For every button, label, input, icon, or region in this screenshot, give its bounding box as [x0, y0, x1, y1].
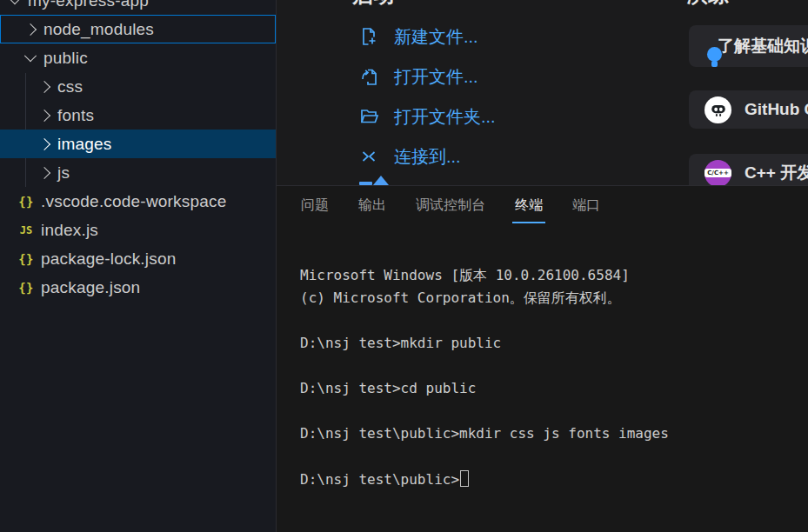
cpp-icon: C/C++ [704, 160, 731, 186]
explorer-sidebar: my-express-appnode_modulespubliccssfonts… [0, 0, 277, 532]
start-link-label: 新建文件... [394, 25, 478, 49]
walkthrough-card-label: C++ 开发 [745, 162, 808, 184]
panel-tab-bar: 问题输出调试控制台终端端口 [277, 186, 808, 224]
json-file-icon: {} [17, 281, 35, 295]
new-file-icon [358, 26, 379, 47]
start-link-label: 连接到... [394, 145, 461, 169]
walkthrough-card-label: 了解基础知识 [718, 35, 808, 57]
tree-item-my-express-app[interactable]: my-express-app [0, 0, 276, 15]
terminal-line [300, 309, 669, 332]
terminal-area[interactable]: Microsoft Windows [版本 10.0.26100.6584](c… [277, 224, 808, 532]
tree-item-label: images [57, 135, 111, 154]
tree-item-css[interactable]: css [0, 72, 276, 101]
chevron-right-icon [38, 166, 50, 178]
tree-item-fonts[interactable]: fonts [0, 101, 276, 130]
chevron-right-icon [24, 23, 37, 35]
start-links-list: 新建文件...打开文件...打开文件夹...连接到... [358, 23, 496, 170]
panel-tab-调试控制台[interactable]: 调试控制台 [416, 186, 485, 224]
start-section-heading: 启动 [352, 0, 394, 5]
tree-item-package.json[interactable]: {}package.json [0, 273, 276, 302]
tree-item-label: package-lock.json [41, 249, 176, 269]
walkthrough-card-cpp[interactable]: C/C++C++ 开发 [689, 154, 808, 185]
chevron-right-icon [38, 137, 50, 150]
folder-opened-icon [358, 106, 379, 127]
terminal-line [300, 445, 669, 468]
welcome-editor: 启动 新建文件...打开文件...打开文件夹...连接到... 演练 了解基础知… [277, 0, 808, 185]
tree-item-.vscode.code-workspace[interactable]: {}.vscode.code-workspace [0, 187, 276, 216]
new-notebook-icon[interactable] [358, 176, 398, 185]
terminal-line: D:\nsj test>mkdir public [300, 332, 669, 355]
tree-item-label: public [43, 49, 88, 68]
walkthrough-card-label: GitHub Copilot [745, 100, 808, 119]
terminal-line: D:\nsj test\public>mkdir css js fonts im… [300, 422, 669, 445]
vscode-window: my-express-appnode_modulespubliccssfonts… [0, 0, 808, 532]
tree-item-label: index.js [41, 221, 98, 240]
tree-item-label: fonts [57, 106, 94, 125]
chevron-right-icon [38, 109, 50, 121]
walkthroughs-section-heading: 演练 [687, 0, 729, 5]
json-file-icon: {} [17, 252, 35, 266]
terminal-output: Microsoft Windows [版本 10.0.26100.6584](c… [300, 264, 669, 490]
start-link-label: 打开文件夹... [394, 105, 496, 129]
walkthrough-card-github-copilot[interactable]: GitHub Copilot [689, 90, 808, 129]
github-copilot-icon [704, 96, 731, 123]
terminal-line [300, 355, 669, 377]
tree-item-package-lock.json[interactable]: {}package-lock.json [0, 244, 276, 273]
tree-item-index.js[interactable]: JSindex.js [0, 216, 276, 244]
tree-item-js[interactable]: js [0, 158, 276, 187]
panel-tab-终端[interactable]: 终端 [515, 186, 543, 224]
goto-file-icon [358, 66, 379, 87]
tree-item-label: css [57, 77, 83, 96]
panel-tab-问题[interactable]: 问题 [301, 186, 329, 224]
terminal-line: Microsoft Windows [版本 10.0.26100.6584] [300, 264, 669, 287]
chevron-down-icon [9, 0, 21, 4]
tree-item-images[interactable]: images [0, 130, 276, 158]
tree-item-label: my-express-app [28, 0, 149, 10]
terminal-cursor [460, 470, 469, 487]
tree-item-label: .vscode.code-workspace [41, 192, 227, 211]
start-link-remote[interactable]: 连接到... [358, 143, 496, 170]
terminal-line: D:\nsj test>cd public [300, 377, 669, 400]
tree-item-public[interactable]: public [0, 43, 276, 72]
terminal-line [300, 400, 669, 422]
start-link-label: 打开文件... [394, 65, 478, 89]
start-link-goto-file[interactable]: 打开文件... [358, 63, 496, 90]
tree-item-node_modules[interactable]: node_modules [0, 15, 276, 43]
tree-item-label: js [57, 163, 70, 183]
terminal-line: D:\nsj test\public> [300, 468, 669, 490]
panel-tab-输出[interactable]: 输出 [358, 186, 386, 224]
chevron-right-icon [38, 80, 50, 92]
start-link-new-file[interactable]: 新建文件... [358, 23, 496, 50]
chevron-down-icon [24, 50, 37, 62]
terminal-line: (c) Microsoft Corporation。保留所有权利。 [300, 287, 669, 309]
json-file-icon: {} [17, 195, 35, 209]
tree-item-label: package.json [41, 278, 140, 297]
js-file-icon: JS [17, 224, 35, 236]
panel-tab-端口[interactable]: 端口 [572, 186, 600, 224]
walkthrough-card-lightbulb[interactable]: 了解基础知识 [689, 25, 808, 67]
icon-fragment-triangle [373, 176, 389, 185]
bottom-panel: 问题输出调试控制台终端端口 Microsoft Windows [版本 10.0… [277, 185, 808, 532]
remote-icon [358, 146, 379, 167]
start-link-folder-opened[interactable]: 打开文件夹... [358, 103, 496, 130]
tree-item-label: node_modules [43, 20, 154, 39]
